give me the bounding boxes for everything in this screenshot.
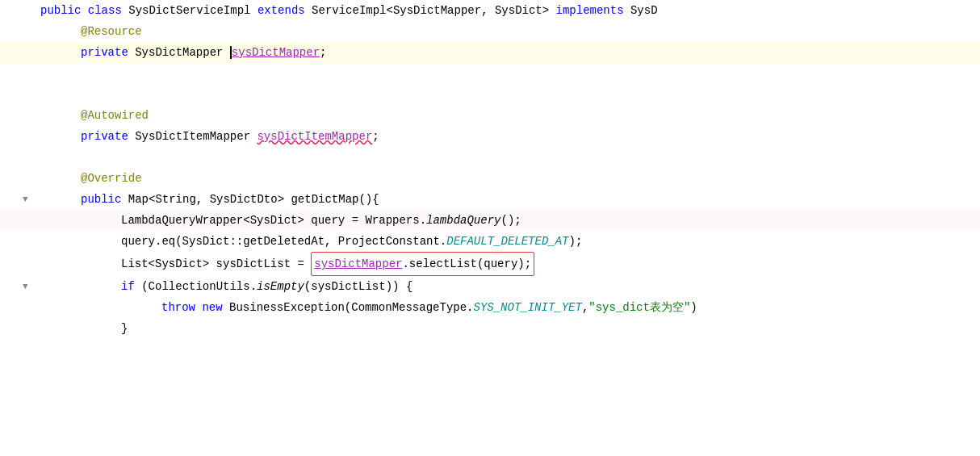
gutter [0,0,36,21]
code-text: BusinessException(CommonMessageType. [229,297,473,318]
code-text: SysDictItemMapper [135,126,257,147]
code-line: public class SysDictServiceImpl extends … [0,0,980,21]
string-literal: "sys_dict表为空" [588,297,690,318]
code-editor: public class SysDictServiceImpl extends … [0,0,980,456]
fold-arrow[interactable]: ▼ [23,189,28,210]
code-text: ; [320,42,326,63]
variable-link: sysDictMapper [232,42,320,63]
constant: SYS_NOT_INIT_YET [473,297,581,318]
code-line: @Override [0,168,980,189]
method-name: lambdaQuery [426,210,500,231]
code-text: query.eq(SysDict::getDeletedAt, ProjectC… [121,231,446,252]
keyword: private [81,126,135,147]
code-text: (CollectionUtils. [141,276,257,297]
keyword: private [81,42,135,63]
gutter [0,231,36,252]
code-line: private SysDictMapper sysDictMapper; [0,42,980,63]
gutter: ▼ [0,189,36,210]
gutter [0,63,36,84]
code-line: @Autowired [0,105,980,126]
code-text: ); [569,231,583,252]
keyword: throw [161,297,202,318]
gutter [0,42,36,63]
code-text: List<SysDict> sysDictList = [121,253,311,274]
code-line: } [0,318,980,339]
keyword: new [202,297,229,318]
code-content: public class SysDictServiceImpl extends … [0,0,980,339]
code-line: throw new BusinessException(CommonMessag… [0,297,980,318]
code-line: query.eq(SysDict::getDeletedAt, ProjectC… [0,231,980,252]
keyword: if [121,276,141,297]
code-text: Map<String, SysDictDto> getDictMap(){ [128,189,379,210]
code-text: SysDictMapper [135,42,230,63]
gutter [0,84,36,105]
gutter [0,318,36,339]
code-text: .selectList(query); [402,257,531,270]
variable-link: sysDictMapper [314,257,402,270]
code-text: ; [372,126,379,147]
code-line [0,63,980,84]
code-line: ▼ if (CollectionUtils.isEmpty(sysDictLis… [0,276,980,297]
gutter [0,252,36,276]
code-line: LambdaQueryWrapper<SysDict> query = Wrap… [0,210,980,231]
variable-link-red: sysDictItemMapper [257,126,372,147]
code-text: } [121,318,128,339]
code-text: ServiceImpl<SysDictMapper, SysDict> [312,0,555,21]
code-line: List<SysDict> sysDictList = sysDictMappe… [0,252,980,276]
method-name: isEmpty [257,276,304,297]
boxed-expression: sysDictMapper.selectList(query); [311,252,534,276]
gutter [0,297,36,318]
gutter [0,126,36,147]
code-line [0,147,980,168]
code-text: , [582,297,588,318]
code-text: LambdaQueryWrapper<SysDict> query = Wrap… [121,210,426,231]
keyword: implements [556,0,630,21]
code-line: ▼ public Map<String, SysDictDto> getDict… [0,189,980,210]
code-line: @Resource [0,21,980,42]
annotation: @Resource [81,21,142,42]
gutter [0,21,36,42]
keyword: class [88,0,128,21]
code-line: private SysDictItemMapper sysDictItemMap… [0,126,980,147]
code-text: (); [500,210,521,231]
keyword: public [81,189,128,210]
gutter [0,168,36,189]
code-text: SysD [630,0,658,21]
gutter [0,147,36,168]
annotation: @Autowired [81,105,149,126]
constant: DEFAULT_DELETED_AT [446,231,568,252]
gutter [0,210,36,231]
gutter: ▼ [0,276,36,297]
code-text: (sysDictList)) { [304,276,413,297]
keyword: public [40,0,88,21]
keyword: extends [258,0,312,21]
fold-arrow[interactable]: ▼ [23,276,28,297]
code-line [0,84,980,105]
annotation: @Override [81,168,142,189]
code-text: SysDictServiceImpl [128,0,258,21]
code-text: ) [690,297,697,318]
gutter [0,105,36,126]
